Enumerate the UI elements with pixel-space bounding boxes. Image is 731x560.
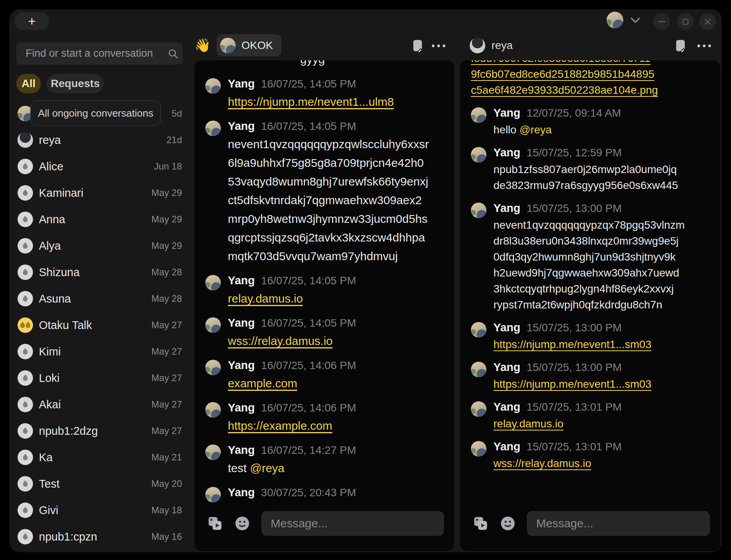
drop-avatar: [17, 423, 33, 439]
conversation-test[interactable]: Test May 20: [9, 471, 194, 497]
girl-avatar[interactable]: [205, 360, 221, 375]
message-author: Yang: [228, 359, 255, 371]
conversation-alice[interactable]: Alice Jun 18: [9, 153, 194, 180]
conversation-asuna[interactable]: Asuna May 28: [9, 285, 194, 312]
conversation-alya[interactable]: Alya May 29: [9, 233, 194, 259]
message-timestamp: 16/07/25, 14:05 PM: [261, 120, 356, 132]
girl-avatar[interactable]: [471, 203, 486, 218]
message-author: Yang: [493, 401, 520, 413]
tooltip-all-ongoing-conversations: All ongoing conversations: [30, 100, 161, 126]
conversation-loki[interactable]: Loki May 27: [9, 365, 194, 391]
left-chat-note-icon[interactable]: [409, 38, 426, 54]
left-chat-peer-button[interactable]: OKOK: [217, 34, 282, 56]
girl-avatar[interactable]: [471, 147, 486, 163]
girl-avatar[interactable]: [205, 317, 221, 333]
conversation-name: Shizuna: [39, 259, 80, 285]
conversation-npub1-cpzn[interactable]: npub1:cpzn May 16: [9, 523, 194, 550]
message-content: relay.damus.io: [228, 289, 444, 308]
conversation-anna[interactable]: Anna May 29: [9, 206, 194, 233]
mention-reya[interactable]: @reya: [519, 124, 552, 136]
message-link[interactable]: https://example.com: [228, 419, 332, 432]
conversation-name: npub1:2dzg: [39, 418, 98, 444]
message-link[interactable]: f8dd769c762fe83393d6f13386/7c711 9fc6b07…: [471, 60, 658, 96]
message-text: gyyg: [300, 60, 325, 66]
left-chat-more-icon[interactable]: [430, 38, 447, 54]
right-chat-note-icon[interactable]: [672, 38, 689, 54]
message-content: f8dd769c762fe83393d6f13386/7c711 9fc6b07…: [471, 60, 710, 98]
conversation-name: Givi: [39, 497, 58, 523]
chat-message: Yang15/07/25, 13:00 PM https://njump.me/…: [471, 360, 710, 392]
girl-avatar[interactable]: [471, 401, 486, 417]
conversation-timestamp: 21d: [166, 127, 182, 153]
window-maximize-button[interactable]: [677, 13, 694, 30]
conversation-kimi[interactable]: Kimi May 27: [9, 338, 194, 365]
conversation-reya[interactable]: reya 21d: [9, 127, 194, 153]
left-peer-name: OKOK: [241, 39, 273, 52]
mention-reya[interactable]: @reya: [250, 462, 285, 474]
search-box: [16, 42, 183, 65]
window-minimize-button[interactable]: [653, 13, 670, 30]
girl-avatar[interactable]: [205, 402, 221, 418]
message-link[interactable]: relay.damus.io: [493, 418, 563, 430]
right-peer-name: reya: [491, 39, 512, 52]
chat-message: Yang16/07/25, 14:05 PM wss://relay.damus…: [205, 316, 444, 350]
message-author: Yang: [228, 274, 255, 287]
conversation-name: Anna: [39, 206, 65, 233]
conversation-akai[interactable]: Akai May 27: [9, 391, 194, 418]
message-link[interactable]: https://njump.me/nevent1...sm03: [493, 378, 651, 390]
chat-message: Yang12/07/25, 09:14 AM hello @reya: [471, 106, 710, 138]
minimize-icon: [658, 21, 665, 23]
conversation-timestamp: May 28: [151, 285, 182, 312]
chat-message: Yang30/07/25, 20:43 PM haha: [205, 485, 444, 503]
message-link[interactable]: wss://relay.damus.io: [493, 457, 591, 469]
conversation-name: Alya: [39, 233, 61, 259]
message-content: https://njump.me/nevent1...sm03: [493, 376, 710, 392]
girl-avatar[interactable]: [471, 362, 486, 377]
tab-requests[interactable]: Requests: [47, 74, 104, 93]
message-link[interactable]: wss://relay.damus.io: [228, 334, 333, 347]
message-timestamp: 15/07/25, 13:00 PM: [526, 202, 621, 214]
conversation-kaminari[interactable]: Kaminari May 29: [9, 180, 194, 206]
conversation-timestamp: May 18: [151, 497, 182, 523]
right-chat-more-icon[interactable]: [696, 38, 713, 54]
message-link[interactable]: example.com: [228, 377, 297, 390]
current-user-menu[interactable]: [607, 12, 640, 28]
message-content: gyyg: [205, 60, 444, 69]
media-attach-icon[interactable]: [206, 514, 224, 532]
message-author: Yang: [493, 361, 520, 373]
emoji-icon[interactable]: [233, 514, 251, 532]
conversation-timestamp: Jun 18: [154, 153, 182, 180]
message-link[interactable]: https://njump.me/nevent1...sm03: [493, 338, 651, 350]
window-close-button[interactable]: [699, 13, 716, 30]
girl-avatar[interactable]: [471, 441, 486, 457]
conversation-ka[interactable]: Ka May 21: [9, 444, 194, 471]
right-message-input[interactable]: [527, 511, 710, 536]
conversation-shizuna[interactable]: Shizuna May 28: [9, 259, 194, 285]
conversation-timestamp: 5d: [171, 100, 182, 127]
girl-avatar[interactable]: [205, 444, 221, 460]
conversation-npub1-2dzg[interactable]: npub1:2dzg May 27: [9, 418, 194, 444]
tab-all[interactable]: All: [16, 74, 41, 93]
right-message-list: f8dd769c762fe83393d6f13386/7c711 9fc6b07…: [460, 60, 720, 503]
message-text: test: [228, 462, 250, 474]
conversation-name: Test: [39, 471, 59, 497]
girl-avatar[interactable]: [471, 107, 486, 123]
new-chat-button[interactable]: +: [14, 12, 49, 30]
search-input[interactable]: [16, 47, 167, 60]
message-link[interactable]: https://njump.me/nevent1...ulm8: [228, 95, 394, 108]
conversation-otaku-talk[interactable]: Otaku Talk May 27: [9, 312, 194, 338]
girl-avatar[interactable]: [205, 487, 221, 502]
right-peer-avatar: [470, 38, 485, 53]
conversation-name: Akai: [39, 391, 61, 418]
girl-avatar[interactable]: [205, 78, 221, 94]
right-chat-peer-button[interactable]: reya: [470, 34, 512, 56]
left-message-input[interactable]: [261, 511, 444, 536]
girl-avatar[interactable]: [205, 121, 221, 136]
emoji-icon[interactable]: [499, 514, 517, 532]
girl-avatar[interactable]: [205, 275, 221, 290]
media-attach-icon[interactable]: [472, 514, 490, 532]
girl-avatar[interactable]: [471, 322, 486, 338]
conversation-givi[interactable]: Givi May 18: [9, 497, 194, 523]
message-link[interactable]: relay.damus.io: [228, 292, 303, 305]
message-author: Yang: [493, 321, 520, 334]
